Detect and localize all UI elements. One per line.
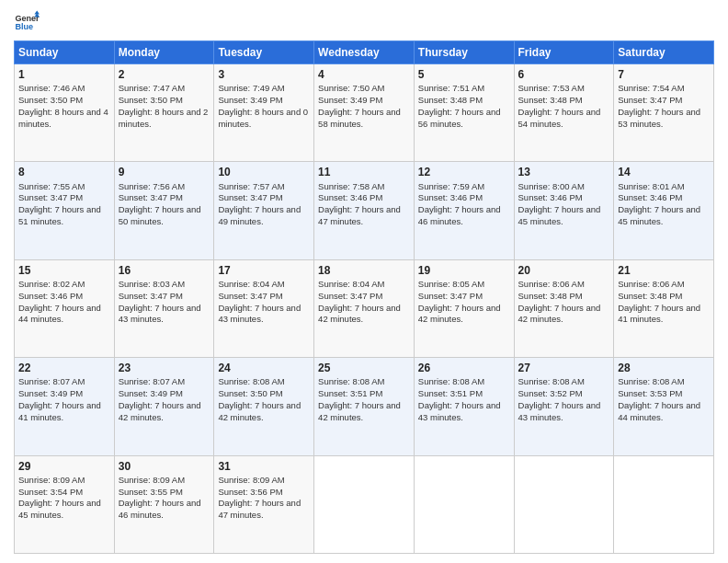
calendar-cell: 1 Sunrise: 7:46 AM Sunset: 3:50 PM Dayli… <box>15 64 115 162</box>
day-number: 15 <box>18 263 110 278</box>
sunset-label: Sunset: 3:47 PM <box>218 291 282 301</box>
daylight-label: Daylight: 7 hours and 45 minutes. <box>18 498 101 520</box>
day-number: 28 <box>618 361 710 375</box>
calendar-cell: 11 Sunrise: 7:58 AM Sunset: 3:46 PM Dayl… <box>314 162 415 259</box>
daylight-label: Daylight: 7 hours and 44 minutes. <box>18 303 101 325</box>
sunrise-label: Sunrise: 7:47 AM <box>119 83 185 93</box>
daylight-label: Daylight: 7 hours and 53 minutes. <box>618 107 700 129</box>
day-number: 19 <box>418 263 510 278</box>
daylight-label: Daylight: 7 hours and 49 minutes. <box>218 204 301 226</box>
calendar-cell: 7 Sunrise: 7:54 AM Sunset: 3:47 PM Dayli… <box>614 64 714 162</box>
calendar-cell: 20 Sunrise: 8:06 AM Sunset: 3:48 PM Dayl… <box>514 259 614 357</box>
calendar-cell: 16 Sunrise: 8:03 AM Sunset: 3:47 PM Dayl… <box>114 259 214 357</box>
sunrise-label: Sunrise: 8:04 AM <box>218 279 284 289</box>
header: General Blue <box>14 9 714 35</box>
day-number: 21 <box>618 263 710 278</box>
svg-text:Blue: Blue <box>15 22 33 31</box>
sunset-label: Sunset: 3:47 PM <box>418 291 483 301</box>
page: General Blue SundayMondayTuesdayWednesda… <box>0 0 728 563</box>
day-number: 9 <box>119 165 210 179</box>
col-header-friday: Friday <box>514 41 614 64</box>
calendar-cell: 19 Sunrise: 8:05 AM Sunset: 3:47 PM Dayl… <box>414 259 514 357</box>
calendar-cell <box>414 455 514 553</box>
sunrise-label: Sunrise: 8:00 AM <box>518 181 585 191</box>
day-number: 20 <box>518 263 610 278</box>
daylight-label: Daylight: 7 hours and 43 minutes. <box>418 400 501 422</box>
sunrise-label: Sunrise: 7:51 AM <box>418 83 484 93</box>
daylight-label: Daylight: 7 hours and 42 minutes. <box>418 303 501 325</box>
sunset-label: Sunset: 3:46 PM <box>518 192 583 202</box>
daylight-label: Daylight: 7 hours and 42 minutes. <box>318 303 401 325</box>
sunset-label: Sunset: 3:55 PM <box>119 487 183 497</box>
day-number: 24 <box>218 361 310 375</box>
sunrise-label: Sunrise: 8:08 AM <box>318 376 384 386</box>
calendar-cell: 2 Sunrise: 7:47 AM Sunset: 3:50 PM Dayli… <box>114 64 214 162</box>
calendar-cell: 29 Sunrise: 8:09 AM Sunset: 3:54 PM Dayl… <box>15 455 115 553</box>
daylight-label: Daylight: 7 hours and 42 minutes. <box>318 400 401 422</box>
sunset-label: Sunset: 3:49 PM <box>218 95 282 105</box>
sunrise-label: Sunrise: 7:56 AM <box>119 181 185 191</box>
day-number: 1 <box>18 67 110 82</box>
day-number: 27 <box>518 361 610 375</box>
calendar-cell: 8 Sunrise: 7:55 AM Sunset: 3:47 PM Dayli… <box>15 162 115 259</box>
sunset-label: Sunset: 3:51 PM <box>318 388 382 398</box>
calendar-cell: 31 Sunrise: 8:09 AM Sunset: 3:56 PM Dayl… <box>214 455 314 553</box>
day-number: 4 <box>318 67 410 82</box>
daylight-label: Daylight: 7 hours and 43 minutes. <box>218 303 301 325</box>
sunset-label: Sunset: 3:49 PM <box>119 388 183 398</box>
day-number: 23 <box>119 361 210 375</box>
calendar-cell: 24 Sunrise: 8:08 AM Sunset: 3:50 PM Dayl… <box>214 358 314 455</box>
sunset-label: Sunset: 3:51 PM <box>418 388 483 398</box>
day-number: 29 <box>18 459 110 474</box>
day-number: 30 <box>119 459 210 474</box>
col-header-tuesday: Tuesday <box>214 41 314 64</box>
logo-icon: General Blue <box>14 9 40 35</box>
sunset-label: Sunset: 3:56 PM <box>218 487 282 497</box>
daylight-label: Daylight: 7 hours and 51 minutes. <box>18 204 101 226</box>
sunrise-label: Sunrise: 8:06 AM <box>618 279 684 289</box>
day-number: 6 <box>518 67 610 82</box>
calendar-cell: 27 Sunrise: 8:08 AM Sunset: 3:52 PM Dayl… <box>514 358 614 455</box>
calendar-cell: 15 Sunrise: 8:02 AM Sunset: 3:46 PM Dayl… <box>15 259 115 357</box>
sunset-label: Sunset: 3:47 PM <box>119 192 183 202</box>
col-header-sunday: Sunday <box>15 41 115 64</box>
sunrise-label: Sunrise: 8:04 AM <box>318 279 384 289</box>
calendar-cell: 22 Sunrise: 8:07 AM Sunset: 3:49 PM Dayl… <box>15 358 115 455</box>
calendar: SundayMondayTuesdayWednesdayThursdayFrid… <box>14 40 714 554</box>
day-number: 26 <box>418 361 510 375</box>
day-number: 16 <box>119 263 210 278</box>
daylight-label: Daylight: 7 hours and 43 minutes. <box>119 303 201 325</box>
sunset-label: Sunset: 3:49 PM <box>18 388 83 398</box>
sunset-label: Sunset: 3:48 PM <box>518 291 583 301</box>
sunset-label: Sunset: 3:47 PM <box>18 192 83 202</box>
sunset-label: Sunset: 3:52 PM <box>518 388 583 398</box>
sunrise-label: Sunrise: 8:06 AM <box>518 279 585 289</box>
calendar-cell: 5 Sunrise: 7:51 AM Sunset: 3:48 PM Dayli… <box>414 64 514 162</box>
daylight-label: Daylight: 7 hours and 46 minutes. <box>119 498 201 520</box>
sunset-label: Sunset: 3:47 PM <box>618 95 682 105</box>
calendar-cell <box>314 455 415 553</box>
sunrise-label: Sunrise: 7:55 AM <box>18 181 85 191</box>
daylight-label: Daylight: 7 hours and 45 minutes. <box>518 204 601 226</box>
day-number: 14 <box>618 165 710 179</box>
sunset-label: Sunset: 3:50 PM <box>218 388 282 398</box>
calendar-cell: 12 Sunrise: 7:59 AM Sunset: 3:46 PM Dayl… <box>414 162 514 259</box>
daylight-label: Daylight: 7 hours and 43 minutes. <box>518 400 601 422</box>
calendar-cell: 6 Sunrise: 7:53 AM Sunset: 3:48 PM Dayli… <box>514 64 614 162</box>
sunrise-label: Sunrise: 8:08 AM <box>518 376 585 386</box>
sunset-label: Sunset: 3:54 PM <box>18 487 83 497</box>
calendar-cell: 26 Sunrise: 8:08 AM Sunset: 3:51 PM Dayl… <box>414 358 514 455</box>
daylight-label: Daylight: 7 hours and 46 minutes. <box>418 204 501 226</box>
calendar-cell: 17 Sunrise: 8:04 AM Sunset: 3:47 PM Dayl… <box>214 259 314 357</box>
col-header-monday: Monday <box>114 41 214 64</box>
daylight-label: Daylight: 7 hours and 41 minutes. <box>618 303 700 325</box>
daylight-label: Daylight: 7 hours and 54 minutes. <box>518 107 601 129</box>
day-number: 10 <box>218 165 310 179</box>
sunset-label: Sunset: 3:53 PM <box>618 388 682 398</box>
day-number: 12 <box>418 165 510 179</box>
day-number: 3 <box>218 67 310 82</box>
day-number: 18 <box>318 263 410 278</box>
daylight-label: Daylight: 7 hours and 44 minutes. <box>618 400 700 422</box>
daylight-label: Daylight: 8 hours and 0 minutes. <box>218 107 308 129</box>
sunset-label: Sunset: 3:50 PM <box>119 95 183 105</box>
